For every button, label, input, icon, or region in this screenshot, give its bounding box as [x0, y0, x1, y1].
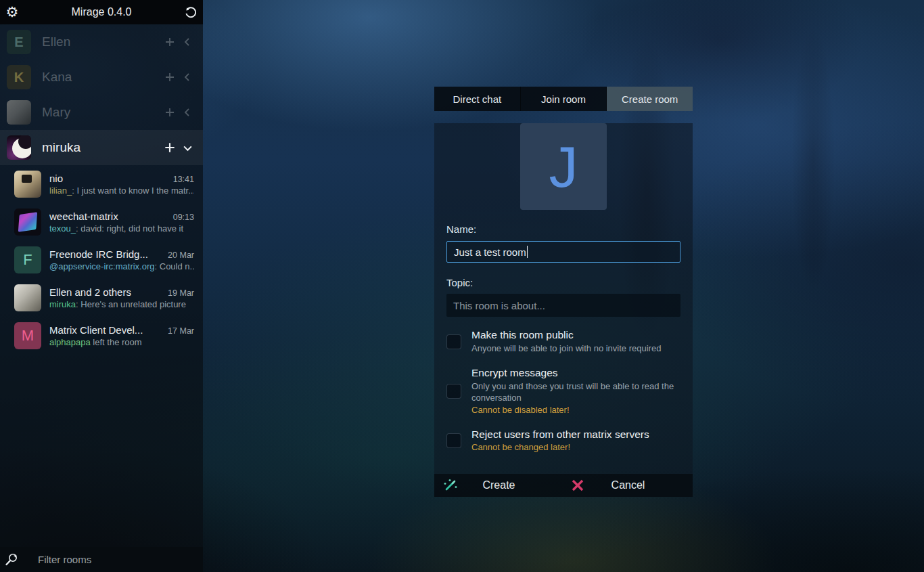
create-room-dialog: Direct chat Join room Create room J Name… [434, 87, 693, 497]
checkbox-subtitle: Anyone will be able to join with no invi… [471, 343, 661, 354]
room-name: Matrix Client Devel... [49, 324, 162, 336]
tab-direct-chat[interactable]: Direct chat [434, 87, 521, 111]
dialog-body: J Name: Just a test room Topic: This roo… [434, 123, 693, 474]
add-chat-icon[interactable] [161, 33, 179, 51]
checkbox-subtitle: Only you and those you trust will be abl… [471, 380, 680, 403]
room-list: nio 13:41 lilian_: I just want to know I… [0, 165, 203, 355]
checkbox-title: Reject users from other matrix servers [471, 428, 649, 441]
room-name: nio [49, 173, 168, 184]
create-button-label: Create [482, 479, 515, 491]
settings-button[interactable]: ⚙ [0, 0, 24, 24]
sender-name: miruka [49, 299, 76, 309]
room-timestamp: 09:13 [173, 213, 194, 222]
add-chat-icon[interactable] [161, 68, 179, 86]
avatar: E [7, 30, 31, 54]
room-row-weechat-matrix[interactable]: weechat-matrix 09:13 texou_: david: righ… [0, 203, 203, 241]
room-timestamp: 19 Mar [168, 288, 194, 298]
room-timestamp: 13:41 [173, 175, 194, 184]
account-name: miruka [42, 140, 161, 155]
account-row-miruka[interactable]: miruka [0, 130, 203, 165]
text-caret [527, 246, 528, 258]
tab-join-room[interactable]: Join room [521, 87, 607, 111]
room-timestamp: 17 Mar [168, 326, 194, 336]
avatar: K [7, 65, 31, 89]
checkbox-warning: Cannot be disabled later! [471, 404, 680, 416]
checkbox-row-encrypt[interactable]: Encrypt messages Only you and those you … [446, 367, 680, 416]
chevron-left-icon[interactable] [179, 68, 196, 86]
sender-name: texou_ [49, 223, 76, 234]
tab-create-room[interactable]: Create room [607, 87, 693, 111]
room-avatar-photo [14, 284, 41, 311]
create-button[interactable]: Create [434, 474, 563, 497]
avatar-moon [7, 135, 31, 160]
magic-wand-icon [443, 478, 458, 493]
checkbox-row-reject-federation[interactable]: Reject users from other matrix servers C… [446, 428, 680, 453]
reload-icon [184, 5, 198, 19]
room-last-message: miruka: Here's an unrelated picture [49, 299, 194, 309]
room-avatar-logo [14, 208, 41, 236]
room-timestamp: 20 Mar [168, 250, 194, 260]
close-icon [570, 477, 586, 493]
checkbox-warning: Cannot be changed later! [471, 441, 649, 453]
chevron-down-icon[interactable] [179, 139, 196, 156]
room-last-message: alphapapa left the room [49, 337, 194, 347]
dialog-tabbar: Direct chat Join room Create room [434, 87, 693, 111]
account-row-mary[interactable]: Mary [0, 95, 203, 130]
account-list: E Ellen K Kana Mary [0, 24, 203, 165]
sidebar-topbar: ⚙ Mirage 0.4.0 [0, 0, 203, 24]
room-avatar-preview[interactable]: J [520, 123, 607, 210]
search-plus-icon [4, 552, 19, 567]
add-chat-icon[interactable] [161, 104, 179, 121]
room-row-ellen-and-2-others[interactable]: Ellen and 2 others 19 Mar miruka: Here's… [0, 279, 203, 317]
room-row-matrix-client-devel[interactable]: M Matrix Client Devel... 17 Mar alphapap… [0, 317, 203, 355]
room-name-value: Just a test room [454, 246, 526, 258]
chevron-left-icon[interactable] [179, 33, 196, 51]
name-label: Name: [446, 223, 680, 235]
sidebar: ⚙ Mirage 0.4.0 E Ellen K Kana [0, 0, 203, 572]
account-name: Mary [42, 105, 161, 120]
chevron-left-icon[interactable] [179, 104, 196, 121]
avatar-photo [7, 100, 31, 125]
room-name-input[interactable]: Just a test room [446, 241, 680, 263]
room-row-nio[interactable]: nio 13:41 lilian_: I just want to know I… [0, 165, 203, 203]
topic-label: Topic: [446, 277, 680, 288]
checkbox-title: Encrypt messages [471, 367, 680, 379]
filter-rooms-placeholder: Filter rooms [38, 554, 91, 565]
reload-button[interactable] [179, 0, 203, 24]
room-topic-input[interactable]: This room is about... [446, 294, 680, 317]
checkbox-row-public[interactable]: Make this room public Anyone will be abl… [446, 329, 680, 354]
checkbox-reject-federation[interactable] [446, 433, 461, 448]
dialog-buttons: Create Cancel [434, 474, 693, 497]
add-chat-icon[interactable] [161, 139, 179, 156]
sender-name: alphapapa [49, 337, 91, 347]
room-last-message: lilian_: I just want to know I the matr.… [49, 185, 194, 196]
checkbox-title: Make this room public [471, 329, 661, 341]
gear-icon: ⚙ [6, 4, 19, 20]
sender-name: lilian_ [49, 185, 72, 196]
filter-rooms-bar[interactable]: Filter rooms [0, 547, 203, 572]
checkbox-encrypt[interactable] [446, 384, 461, 399]
room-avatar-photo [14, 171, 41, 198]
room-name: Ellen and 2 others [49, 286, 162, 298]
filter-icon-wrap [0, 548, 23, 572]
room-name: weechat-matrix [49, 211, 168, 222]
room-row-freenode[interactable]: F Freenode IRC Bridg... 20 Mar @appservi… [0, 241, 203, 279]
checkbox-public[interactable] [446, 334, 461, 349]
account-row-ellen[interactable]: E Ellen [0, 24, 203, 60]
sender-name: @appservice-irc:matrix.org [49, 261, 155, 271]
app-title: Mirage 0.4.0 [0, 6, 203, 18]
account-row-kana[interactable]: K Kana [0, 60, 203, 95]
room-last-message: @appservice-irc:matrix.org: Could n... [49, 261, 194, 271]
room-name: Freenode IRC Bridg... [49, 248, 162, 260]
account-name: Ellen [42, 35, 161, 49]
room-last-message: texou_: david: right, did not have it [49, 223, 194, 234]
cancel-button-label: Cancel [611, 479, 645, 491]
room-topic-placeholder: This room is about... [453, 300, 545, 311]
cancel-button[interactable]: Cancel [563, 474, 693, 497]
room-avatar-letter: M [14, 322, 41, 349]
account-name: Kana [42, 70, 161, 85]
room-avatar-letter: F [14, 246, 41, 273]
